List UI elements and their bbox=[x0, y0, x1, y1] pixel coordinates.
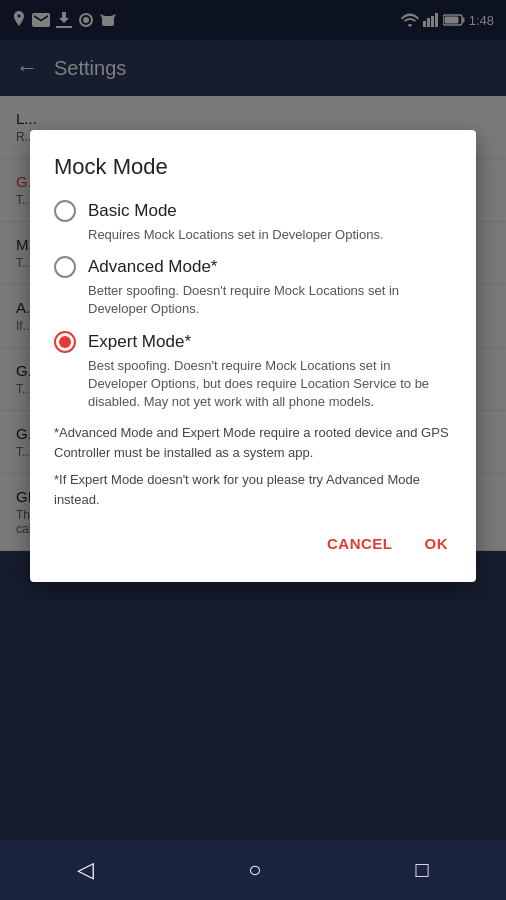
ok-button[interactable]: OK bbox=[421, 529, 453, 558]
advanced-mode-option[interactable]: Advanced Mode* Better spoofing. Doesn't … bbox=[54, 256, 452, 318]
advanced-mode-desc: Better spoofing. Doesn't require Mock Lo… bbox=[54, 282, 452, 318]
basic-mode-desc: Requires Mock Locations set in Developer… bbox=[54, 226, 452, 244]
back-nav-button[interactable]: ◁ bbox=[77, 857, 94, 883]
advanced-mode-radio[interactable] bbox=[54, 256, 76, 278]
footnote-expert-fallback: *If Expert Mode doesn't work for you ple… bbox=[54, 470, 452, 509]
home-nav-button[interactable]: ○ bbox=[248, 857, 261, 883]
basic-mode-label: Basic Mode bbox=[88, 201, 177, 221]
expert-mode-label: Expert Mode* bbox=[88, 332, 191, 352]
dialog-actions: CANCEL OK bbox=[54, 529, 452, 558]
dialog-title: Mock Mode bbox=[54, 154, 452, 180]
expert-mode-option[interactable]: Expert Mode* Best spoofing. Doesn't requ… bbox=[54, 331, 452, 412]
bottom-nav: ◁ ○ □ bbox=[0, 840, 506, 900]
expert-mode-desc: Best spoofing. Doesn't require Mock Loca… bbox=[54, 357, 452, 412]
mock-mode-dialog: Mock Mode Basic Mode Requires Mock Locat… bbox=[30, 130, 476, 582]
basic-mode-radio[interactable] bbox=[54, 200, 76, 222]
footnote-rooted: *Advanced Mode and Expert Mode require a… bbox=[54, 423, 452, 462]
cancel-button[interactable]: CANCEL bbox=[323, 529, 397, 558]
basic-mode-option[interactable]: Basic Mode Requires Mock Locations set i… bbox=[54, 200, 452, 244]
advanced-mode-label: Advanced Mode* bbox=[88, 257, 217, 277]
expert-mode-radio[interactable] bbox=[54, 331, 76, 353]
recents-nav-button[interactable]: □ bbox=[416, 857, 429, 883]
